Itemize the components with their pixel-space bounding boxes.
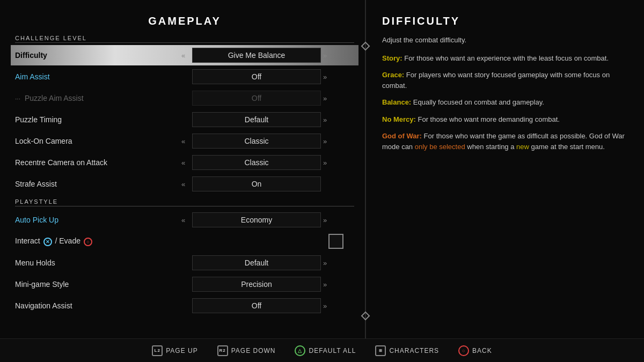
minigame-style-value: Precision <box>192 277 321 292</box>
lock-on-camera-name: Lock-On Camera <box>15 137 181 145</box>
recentre-camera-name: Recentre Camera on Attack <box>15 158 181 167</box>
circle-button-icon: ○ <box>84 238 92 246</box>
difficulty-grace: Grace: For players who want story focuse… <box>382 70 628 91</box>
recentre-camera-arrow-left[interactable]: « <box>181 159 190 167</box>
default-all-label: DEFAULT ALL <box>309 347 356 354</box>
aim-assist-arrow-right[interactable]: » <box>323 73 332 81</box>
gow-text-post: game at the start menu. <box>531 143 605 151</box>
navigation-assist-name: Navigation Assist <box>15 301 181 310</box>
main-container: GAMEPLAY CHALLENGE LEVEL Difficulty « Gi… <box>0 0 644 362</box>
circle-badge: ○ <box>458 345 469 356</box>
difficulty-value: Give Me Balance <box>192 48 321 63</box>
puzzle-timing-arrow-right[interactable]: » <box>323 116 332 124</box>
page-down-item[interactable]: R2 PAGE DOWN <box>217 345 276 356</box>
strafe-assist-value: On <box>192 176 321 191</box>
puzzle-timing-value: Default <box>192 112 321 127</box>
story-label: Story: <box>382 54 402 62</box>
puzzle-aim-assist-name: ··· Puzzle Aim Assist <box>15 94 181 102</box>
challenge-level-label: CHALLENGE LEVEL <box>15 35 354 43</box>
interact-evade-checkbox[interactable] <box>328 234 343 249</box>
center-divider <box>365 0 366 362</box>
back-label: BACK <box>472 347 492 354</box>
difficulty-arrow-right[interactable]: » <box>323 51 332 60</box>
gow-label: God of War: <box>382 132 422 140</box>
puzzle-aim-assist-arrow-right: » <box>323 94 332 102</box>
strafe-assist-arrow-left[interactable]: « <box>181 180 190 188</box>
back-item[interactable]: ○ BACK <box>458 345 492 356</box>
recentre-camera-arrow-right[interactable]: » <box>323 159 332 167</box>
gameplay-title: GAMEPLAY <box>15 15 354 27</box>
navigation-assist-value: Off <box>192 298 321 313</box>
aim-assist-name: Aim Assist <box>15 72 181 81</box>
menu-holds-row[interactable]: Menu Holds « Default » <box>15 253 354 273</box>
page-down-label: PAGE DOWN <box>231 347 276 354</box>
aim-assist-value: Off <box>192 69 321 84</box>
auto-pickup-arrow-right[interactable]: » <box>323 216 332 224</box>
auto-pickup-value: Economy <box>192 212 321 227</box>
nomercy-text: For those who want more demanding combat… <box>418 115 559 123</box>
interact-evade-row[interactable]: Interact ✕ / Evade ○ « » <box>15 231 354 252</box>
strafe-assist-name: Strafe Assist <box>15 180 181 188</box>
balance-text: Equally focused on combat and gameplay. <box>413 98 544 106</box>
menu-holds-arrow-right[interactable]: » <box>323 259 332 267</box>
strafe-assist-row[interactable]: Strafe Assist « On » <box>15 174 354 194</box>
page-up-item[interactable]: L2 PAGE UP <box>152 345 197 356</box>
default-all-item[interactable]: △ DEFAULT ALL <box>295 345 356 356</box>
difficulty-gow: God of War: For those who want the game … <box>382 131 628 152</box>
l2-badge: L2 <box>152 345 163 356</box>
auto-pickup-arrow-left[interactable]: « <box>181 216 190 224</box>
difficulty-name: Difficulty <box>15 51 181 60</box>
right-panel: DIFFICULTY Adjust the combat difficulty.… <box>366 0 644 362</box>
lock-on-camera-row[interactable]: Lock-On Camera « Classic » <box>15 131 354 151</box>
recentre-camera-value: Classic <box>192 155 321 170</box>
r2-badge: R2 <box>217 345 228 356</box>
difficulty-story: Story: For those who want an experience … <box>382 53 628 64</box>
menu-holds-value: Default <box>192 255 321 270</box>
lock-on-camera-value: Classic <box>192 134 321 149</box>
difficulty-nomercy: No Mercy: For those who want more demand… <box>382 114 628 125</box>
story-text: For those who want an experience with th… <box>404 54 609 62</box>
difficulty-description: Adjust the combat difficulty. <box>382 35 628 46</box>
auto-pickup-row[interactable]: Auto Pick Up « Economy » <box>15 210 354 230</box>
page-up-label: PAGE UP <box>166 347 197 354</box>
puzzle-aim-assist-row: ··· Puzzle Aim Assist « Off » <box>15 88 354 108</box>
playstyle-label: PLAYSTYLE <box>15 198 354 206</box>
left-panel: GAMEPLAY CHALLENGE LEVEL Difficulty « Gi… <box>0 0 365 362</box>
settings-list: Difficulty « Give Me Balance » Aim Assis… <box>15 45 354 362</box>
puzzle-timing-name: Puzzle Timing <box>15 115 181 124</box>
puzzle-timing-row[interactable]: Puzzle Timing « Default » <box>15 109 354 130</box>
recentre-camera-row[interactable]: Recentre Camera on Attack « Classic » <box>15 152 354 173</box>
grace-label: Grace: <box>382 71 404 79</box>
gow-text-highlight: only be selected <box>415 143 465 151</box>
minigame-style-name: Mini-game Style <box>15 280 181 289</box>
gow-text-mid: when starting a <box>467 143 516 151</box>
difficulty-balance: Balance: Equally focused on combat and g… <box>382 97 628 108</box>
minigame-style-arrow-right[interactable]: » <box>323 280 332 289</box>
characters-item[interactable]: ⊞ CHARACTERS <box>375 345 439 356</box>
gow-text-highlight2: new <box>516 143 529 151</box>
auto-pickup-name: Auto Pick Up <box>15 216 181 224</box>
navigation-assist-row[interactable]: Navigation Assist « Off » <box>15 295 354 316</box>
bottom-bar: L2 PAGE UP R2 PAGE DOWN △ DEFAULT ALL ⊞ … <box>0 338 644 362</box>
characters-label: CHARACTERS <box>389 347 439 354</box>
aim-assist-row[interactable]: Aim Assist « Off » <box>15 67 354 87</box>
nomercy-label: No Mercy: <box>382 115 416 123</box>
difficulty-arrow-left[interactable]: « <box>181 51 190 60</box>
difficulty-title: DIFFICULTY <box>382 15 628 27</box>
menu-holds-name: Menu Holds <box>15 258 181 267</box>
triangle-badge: △ <box>295 345 305 356</box>
interact-evade-name: Interact ✕ / Evade ○ <box>15 237 181 246</box>
lock-on-camera-arrow-left[interactable]: « <box>181 137 190 145</box>
balance-label: Balance: <box>382 98 411 106</box>
x-button-icon: ✕ <box>43 238 52 246</box>
minigame-style-row[interactable]: Mini-game Style « Precision » <box>15 274 354 294</box>
difficulty-row[interactable]: Difficulty « Give Me Balance » <box>11 45 358 65</box>
lock-on-camera-arrow-right[interactable]: » <box>323 137 332 145</box>
navigation-assist-arrow-right[interactable]: » <box>323 302 332 310</box>
grace-text: For players who want story focused gamep… <box>382 71 610 90</box>
characters-badge: ⊞ <box>375 345 386 356</box>
center-line <box>365 0 366 362</box>
puzzle-aim-assist-value: Off <box>192 91 321 106</box>
